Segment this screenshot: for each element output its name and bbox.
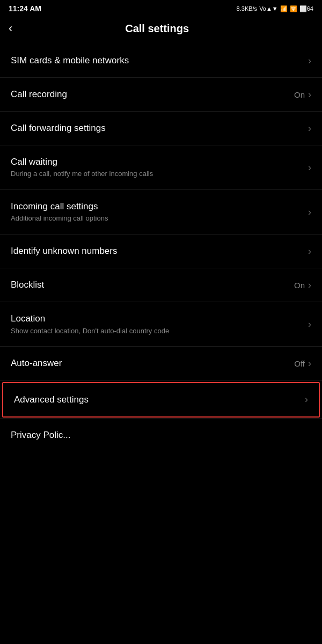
item-title-advanced-settings: Advanced settings — [14, 394, 305, 406]
settings-item-identify-unknown[interactable]: Identify unknown numbers› — [0, 235, 322, 268]
item-title-call-forwarding: Call forwarding settings — [11, 122, 308, 134]
settings-item-call-forwarding[interactable]: Call forwarding settings› — [0, 112, 322, 145]
network-icon: Vo▲▼ — [259, 5, 278, 12]
status-right-icons: 8.3KB/s Vo▲▼ 📶 🛜 ⬜64 — [237, 5, 313, 12]
settings-item-auto-answer[interactable]: Auto-answerOff› — [0, 347, 322, 380]
settings-item-call-waiting[interactable]: Call waitingDuring a call, notify me of … — [0, 145, 322, 190]
item-subtitle-incoming-call: Additional incoming call options — [11, 214, 308, 223]
item-subtitle-location: Show contact location, Don't auto-dial c… — [11, 327, 308, 336]
item-status-call-recording: On — [294, 90, 305, 99]
chevron-icon-auto-answer: › — [308, 358, 311, 369]
settings-item-sim-cards[interactable]: SIM cards & mobile networks› — [0, 44, 322, 78]
settings-item-advanced-settings[interactable]: Advanced settings› — [2, 382, 320, 418]
partial-item[interactable]: Privacy Polic... — [0, 419, 322, 451]
chevron-icon-call-waiting: › — [308, 162, 311, 173]
signal-icon: 📶 — [280, 5, 288, 12]
chevron-icon-call-recording: › — [308, 89, 311, 100]
settings-item-blocklist[interactable]: BlocklistOn› — [0, 268, 322, 302]
settings-item-incoming-call[interactable]: Incoming call settingsAdditional incomin… — [0, 190, 322, 235]
item-status-auto-answer: Off — [294, 359, 305, 368]
item-title-location: Location — [11, 313, 308, 325]
item-status-blocklist: On — [294, 281, 305, 290]
settings-item-location[interactable]: LocationShow contact location, Don't aut… — [0, 302, 322, 347]
settings-item-call-recording[interactable]: Call recordingOn› — [0, 78, 322, 112]
chevron-icon-advanced-settings: › — [305, 394, 308, 405]
item-title-auto-answer: Auto-answer — [11, 357, 294, 369]
chevron-icon-identify-unknown: › — [308, 246, 311, 257]
page-title: Call settings — [17, 23, 297, 35]
partial-item-title: Privacy Polic... — [11, 430, 70, 440]
item-title-incoming-call: Incoming call settings — [11, 201, 308, 213]
chevron-icon-sim-cards: › — [308, 55, 311, 67]
chevron-icon-location: › — [308, 319, 311, 330]
chevron-icon-call-forwarding: › — [308, 123, 311, 134]
battery-icon: ⬜64 — [299, 5, 313, 12]
header: ‹ Call settings — [0, 15, 322, 44]
settings-list: SIM cards & mobile networks›Call recordi… — [0, 44, 322, 418]
item-title-call-waiting: Call waiting — [11, 156, 308, 168]
wifi-icon: 🛜 — [290, 5, 297, 12]
item-subtitle-call-waiting: During a call, notify me of other incomi… — [11, 170, 308, 179]
chevron-icon-blocklist: › — [308, 280, 311, 291]
status-time: 11:24 AM — [9, 4, 41, 13]
speed-indicator: 8.3KB/s — [237, 5, 258, 12]
chevron-icon-incoming-call: › — [308, 207, 311, 218]
status-bar: 11:24 AM 8.3KB/s Vo▲▼ 📶 🛜 ⬜64 — [0, 0, 322, 15]
item-title-call-recording: Call recording — [11, 89, 294, 100]
item-title-sim-cards: SIM cards & mobile networks — [11, 55, 308, 67]
item-title-identify-unknown: Identify unknown numbers — [11, 245, 308, 257]
back-button[interactable]: ‹ — [9, 21, 17, 35]
item-title-blocklist: Blocklist — [11, 279, 294, 291]
